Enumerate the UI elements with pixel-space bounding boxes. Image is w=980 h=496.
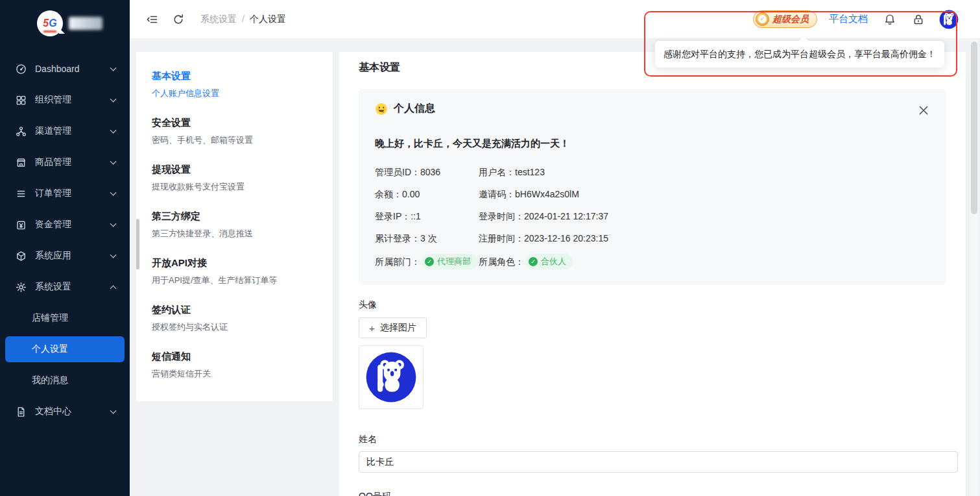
koala-avatar-image xyxy=(365,351,417,403)
chevron-down-icon xyxy=(110,127,117,134)
sidebar-subitem-label: 店铺管理 xyxy=(32,312,68,324)
order-list-icon xyxy=(16,188,27,199)
smiling-face-emoji-icon xyxy=(375,103,388,116)
field-balance: 余额：0.00 xyxy=(375,188,479,201)
nav-group-subtitle: 提现收款账号支付宝设置 xyxy=(152,180,333,193)
vip-tooltip-text: 感谢您对平台的支持，您已成为平台超级会员，享平台最高价佣金！ xyxy=(663,49,936,60)
medal-icon: ✓ xyxy=(756,12,769,26)
nav-group-sign[interactable]: 签约认证 授权签约与实名认证 xyxy=(152,303,333,334)
department-badge: 代理商部 xyxy=(422,254,477,269)
field-username: 用户名：test123 xyxy=(479,166,930,179)
nav-group-title: 短信通知 xyxy=(152,349,333,364)
page-scrollbar-thumb[interactable] xyxy=(971,42,977,214)
sidebar-item-apps[interactable]: 系统应用 xyxy=(0,240,130,271)
funds-icon xyxy=(16,219,27,230)
sidebar-item-channel[interactable]: 渠道管理 xyxy=(0,116,130,147)
nav-group-title: 开放API对接 xyxy=(152,256,333,270)
nav-group-title: 签约认证 xyxy=(152,303,333,317)
field-login-time: 登录时间：2024-01-21 12:17:37 xyxy=(479,210,930,223)
field-department: 所属部门： 代理商部 xyxy=(375,254,479,269)
breadcrumb-current: 个人设置 xyxy=(250,14,286,25)
chevron-down-icon xyxy=(110,221,117,227)
field-invite-code: 邀请码：bH6Wx4a2s0lM xyxy=(479,188,930,201)
sidebar-item-dashboard[interactable]: Dashboard xyxy=(0,53,130,84)
nav-scrollbar-thumb[interactable] xyxy=(136,219,139,269)
nav-group-subtitle: 用于API提/查单、生产结算订单等 xyxy=(152,274,333,287)
apps-cube-icon xyxy=(16,251,27,262)
chevron-down-icon xyxy=(110,190,117,196)
name-label: 姓名 xyxy=(359,434,946,445)
logo-g: G xyxy=(49,18,56,29)
gear-icon xyxy=(16,282,27,293)
field-login-ip: 登录IP：::1 xyxy=(375,210,479,223)
close-icon[interactable] xyxy=(918,105,929,116)
sidebar-item-label: 商品管理 xyxy=(35,156,71,168)
avatar-label: 头像 xyxy=(359,299,946,311)
nav-group-basic[interactable]: 基本设置 个人账户信息设置 xyxy=(152,69,333,100)
main-content-panel: 基本设置 个人信息 晚上好，比卡丘，今天又是充满活力的一天！ 管理员ID：803… xyxy=(339,52,966,496)
nav-group-security[interactable]: 安全设置 密码、手机号、邮箱等设置 xyxy=(152,116,333,147)
sidebar-item-label: 订单管理 xyxy=(35,188,71,199)
nav-group-title: 提现设置 xyxy=(152,162,333,177)
main-sidebar: 5G Dashboard 组织管理 渠道管理 xyxy=(0,0,130,496)
lock-screen-icon[interactable] xyxy=(912,13,925,26)
field-register-time: 注册时间：2023-12-16 20:23:15 xyxy=(479,232,930,245)
sidebar-subitem-label: 我的消息 xyxy=(32,375,68,386)
sidebar-item-settings[interactable]: 系统设置 xyxy=(0,271,130,303)
sidebar-subitem-personal-settings[interactable]: 个人设置 xyxy=(5,336,125,362)
collapse-sidebar-icon[interactable] xyxy=(146,13,159,26)
sidebar-item-label: 渠道管理 xyxy=(35,125,71,137)
sidebar-item-label: Dashboard xyxy=(35,64,80,74)
sidebar-item-docs[interactable]: 文档中心 xyxy=(0,396,130,427)
product-icon xyxy=(16,157,27,168)
sidebar-item-product[interactable]: 商品管理 xyxy=(0,147,130,178)
logo-5g-icon: 5G xyxy=(37,10,63,36)
nav-group-title: 第三方绑定 xyxy=(152,209,333,223)
nav-group-thirdparty[interactable]: 第三方绑定 第三方快捷登录、消息推送 xyxy=(152,209,333,240)
nav-group-subtitle: 授权签约与实名认证 xyxy=(152,321,333,334)
breadcrumb-parent[interactable]: 系统设置 xyxy=(200,14,237,25)
sidebar-subitem-shop[interactable]: 店铺管理 xyxy=(0,303,130,334)
nav-group-subtitle: 第三方快捷登录、消息推送 xyxy=(152,227,333,240)
nav-group-sms[interactable]: 短信通知 营销类短信开关 xyxy=(152,349,333,380)
sidebar-item-label: 资金管理 xyxy=(35,219,71,230)
vip-member-badge[interactable]: ✓ 超级会员 xyxy=(753,10,817,28)
sidebar-subitem-label: 个人设置 xyxy=(32,343,68,355)
vip-badge-label: 超级会员 xyxy=(772,14,809,25)
name-input[interactable] xyxy=(359,451,958,473)
user-avatar[interactable] xyxy=(939,10,959,29)
avatar-preview[interactable] xyxy=(359,345,424,409)
dashboard-icon xyxy=(16,64,27,75)
chevron-down-icon xyxy=(110,252,117,258)
field-role: 所属角色： 合伙人 xyxy=(479,254,930,269)
choose-image-label: 选择图片 xyxy=(380,322,416,334)
org-grid-icon xyxy=(16,95,27,106)
sidebar-item-label: 组织管理 xyxy=(35,94,71,106)
nav-group-api[interactable]: 开放API对接 用于API提/查单、生产结算订单等 xyxy=(152,256,333,287)
field-login-count: 累计登录：3 次 xyxy=(375,232,479,245)
sidebar-item-funds[interactable]: 资金管理 xyxy=(0,209,130,240)
nav-group-withdraw[interactable]: 提现设置 提现收款账号支付宝设置 xyxy=(152,162,333,193)
personal-info-card: 个人信息 晚上好，比卡丘，今天又是充满活力的一天！ 管理员ID：8036 用户名… xyxy=(359,89,946,285)
logo-blurred-text xyxy=(69,17,102,30)
chevron-down-icon xyxy=(110,408,117,414)
topbar: 系统设置 / 个人设置 ✓ 超级会员 平台文档 xyxy=(130,0,980,39)
greeting-text: 晚上好，比卡丘，今天又是充满活力的一天！ xyxy=(375,138,930,150)
document-icon xyxy=(16,406,27,417)
nav-group-subtitle: 营销类短信开关 xyxy=(152,367,333,380)
choose-image-button[interactable]: 选择图片 xyxy=(359,317,427,338)
plus-icon xyxy=(369,323,375,334)
qq-label: QQ号码 xyxy=(359,491,946,496)
brand-logo: 5G xyxy=(0,0,130,47)
nav-group-subtitle: 密码、手机号、邮箱等设置 xyxy=(152,134,333,147)
sidebar-item-label: 文档中心 xyxy=(35,406,71,417)
sidebar-item-order[interactable]: 订单管理 xyxy=(0,178,130,209)
platform-docs-link[interactable]: 平台文档 xyxy=(829,13,868,25)
check-circle-icon xyxy=(425,257,434,266)
breadcrumb: 系统设置 / 个人设置 xyxy=(200,14,286,25)
logo-5: 5 xyxy=(43,18,49,29)
notification-bell-icon[interactable] xyxy=(883,13,896,26)
refresh-icon[interactable] xyxy=(172,13,185,26)
sidebar-subitem-messages[interactable]: 我的消息 xyxy=(0,365,130,396)
sidebar-item-org[interactable]: 组织管理 xyxy=(0,84,130,116)
